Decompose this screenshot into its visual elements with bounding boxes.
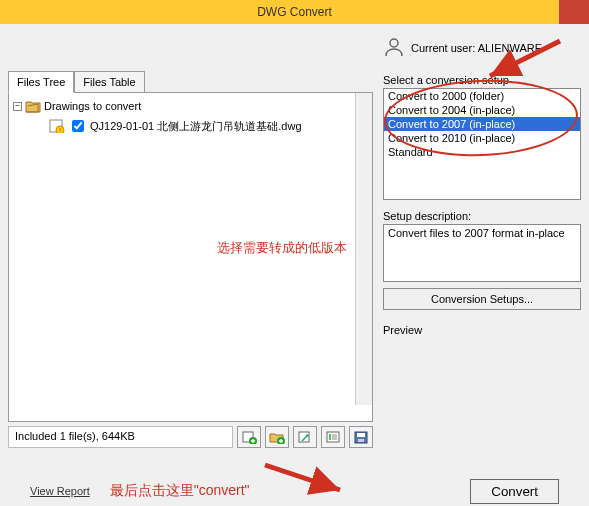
conversion-option[interactable]: Convert to 2007 (in-place) bbox=[384, 117, 580, 131]
svg-rect-9 bbox=[357, 433, 365, 437]
current-user-label: Current user: ALIENWARE bbox=[411, 42, 542, 54]
tab-files-table[interactable]: Files Table bbox=[74, 71, 144, 93]
dwg-file-icon: ! bbox=[49, 119, 65, 133]
window-title: DWG Convert bbox=[257, 5, 332, 19]
files-tree-panel: − Drawings to convert ! QJ129-01-01 北侧上游… bbox=[8, 92, 373, 422]
title-bar: DWG Convert bbox=[0, 0, 589, 24]
tab-files-tree[interactable]: Files Tree bbox=[8, 71, 74, 93]
setup-desc-label: Setup description: bbox=[383, 210, 581, 222]
remove-button[interactable] bbox=[293, 426, 317, 448]
conversion-option[interactable]: Convert to 2010 (in-place) bbox=[384, 131, 580, 145]
user-icon bbox=[383, 36, 405, 60]
add-folder-button[interactable] bbox=[265, 426, 289, 448]
svg-rect-10 bbox=[358, 439, 364, 442]
select-setup-label: Select a conversion setup bbox=[383, 74, 581, 86]
file-name: QJ129-01-01 北侧上游龙门吊轨道基础.dwg bbox=[90, 119, 302, 134]
file-checkbox[interactable] bbox=[72, 120, 84, 132]
preview-label: Preview bbox=[383, 324, 581, 336]
setup-description: Convert files to 2007 format in-place bbox=[383, 224, 581, 282]
add-file-button[interactable] bbox=[237, 426, 261, 448]
conversion-setup-list[interactable]: Convert to 2000 (folder)Convert to 2004 … bbox=[383, 88, 581, 200]
tree-root-label: Drawings to convert bbox=[44, 100, 141, 112]
conversion-setups-button[interactable]: Conversion Setups... bbox=[383, 288, 581, 310]
annotation-select-version: 选择需要转成的低版本 bbox=[217, 239, 347, 257]
annotation-click-convert: 最后点击这里"convert" bbox=[110, 482, 451, 500]
close-button[interactable] bbox=[559, 0, 589, 24]
svg-point-11 bbox=[390, 39, 398, 47]
tree-file-node[interactable]: ! QJ129-01-01 北侧上游龙门吊轨道基础.dwg bbox=[13, 115, 368, 137]
status-text: Included 1 file(s), 644KB bbox=[8, 426, 233, 448]
conversion-option[interactable]: Standard bbox=[384, 145, 580, 159]
collapse-icon[interactable]: − bbox=[13, 102, 22, 111]
view-report-link[interactable]: View Report bbox=[30, 485, 90, 497]
conversion-option[interactable]: Convert to 2000 (folder) bbox=[384, 89, 580, 103]
tree-root[interactable]: − Drawings to convert bbox=[13, 97, 368, 115]
convert-button[interactable]: Convert bbox=[470, 479, 559, 504]
conversion-option[interactable]: Convert to 2004 (in-place) bbox=[384, 103, 580, 117]
list-button[interactable] bbox=[321, 426, 345, 448]
folder-icon bbox=[25, 99, 41, 113]
save-button[interactable] bbox=[349, 426, 373, 448]
